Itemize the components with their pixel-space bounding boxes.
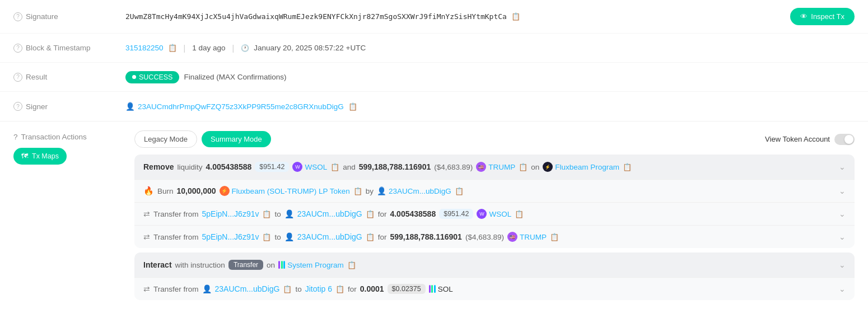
remove-card-chevron[interactable]: ⌄: [839, 162, 846, 171]
block-number-link[interactable]: 315182250: [125, 44, 164, 52]
system-program-copy[interactable]: 📋: [347, 261, 356, 269]
transfer2-chevron[interactable]: ⌄: [839, 232, 846, 241]
burn-row-chevron[interactable]: ⌄: [839, 186, 846, 195]
transfer3-row: ⇄ Transfer from 👤 23AUCm...ubDigG 📋 to J…: [134, 277, 855, 300]
transfer2-trump-badge: 🇺🇸 TRUMP: [507, 232, 547, 242]
transfer3-to-link[interactable]: Jitotip 6: [305, 284, 332, 293]
signature-row: ? Signature 2UwmZ8TmcHy4mK94XjJcX5u4jhVa…: [0, 0, 868, 34]
fluxbeam-link[interactable]: Fluxbeam Program: [555, 163, 619, 171]
transfer1-price: $951.42: [439, 209, 473, 219]
transfer3-to-copy[interactable]: 📋: [335, 285, 344, 293]
burn-signer-copy-icon[interactable]: 📋: [455, 187, 464, 195]
fire-icon: 🔥: [143, 186, 154, 196]
tx-maps-button[interactable]: 🗺 Tx Maps: [13, 148, 67, 165]
signature-question-icon: ?: [13, 12, 22, 21]
transfer2-token-copy[interactable]: 📋: [550, 233, 559, 241]
system-program-icon: [278, 261, 285, 269]
burn-token-copy-icon[interactable]: 📋: [353, 187, 362, 195]
transfer2-amount: 599,188,788.116901: [390, 232, 461, 241]
legacy-mode-button[interactable]: Legacy Mode: [134, 130, 197, 148]
transfer2-icon: ⇄: [143, 232, 150, 241]
transfer1-row: ⇄ Transfer from 5pEipN...J6z91v 📋 to 👤 2…: [134, 202, 855, 225]
block-separator: |: [184, 44, 186, 53]
transfer1-for-label: for: [378, 210, 387, 218]
inspect-tx-button[interactable]: 👁 Inspect Tx: [790, 8, 855, 25]
transfer2-from-copy[interactable]: 📋: [262, 233, 271, 241]
trump-copy-icon[interactable]: 📋: [519, 163, 528, 171]
wsol-link[interactable]: WSOL: [305, 163, 327, 171]
trump-circle-icon: 🇺🇸: [476, 162, 486, 172]
system-program-badge: System Program: [278, 261, 344, 269]
transfer3-amount: 0.0001: [360, 284, 384, 293]
transfer1-chevron[interactable]: ⌄: [839, 209, 846, 218]
timestamp-separator: |: [232, 44, 235, 53]
transfer2-price: ($4,683.89): [465, 233, 504, 241]
view-token-toggle-switch[interactable]: [834, 134, 855, 145]
transfer1-token-copy[interactable]: 📋: [515, 210, 524, 218]
transfer3-from-icon: 👤: [202, 284, 212, 293]
transfer1-to-copy[interactable]: 📋: [366, 210, 375, 218]
interact-card: Interact with instruction Transfer on Sy…: [134, 252, 855, 300]
remove-trump-token: 🇺🇸 TRUMP: [476, 162, 515, 172]
remove-wsol-token: W WSOL: [292, 162, 327, 172]
wsol-copy-icon[interactable]: 📋: [330, 163, 339, 171]
transfer2-trump-link[interactable]: TRUMP: [520, 233, 547, 241]
tx-maps-icon: 🗺: [21, 152, 29, 160]
burn-token-badge: ⚡ Fluxbeam (SOL-TRUMP) LP Token: [220, 186, 350, 196]
result-label: ? Result: [13, 73, 125, 82]
view-token-account-toggle: View Token Account: [765, 134, 855, 145]
tx-actions-content: Legacy Mode Summary Mode View Token Acco…: [134, 130, 855, 305]
system-program-link[interactable]: System Program: [287, 261, 344, 269]
signature-copy-icon[interactable]: 📋: [511, 12, 520, 21]
burn-signer-link[interactable]: 23AUCm...ubDigG: [389, 187, 451, 195]
transfer3-for-label: for: [348, 285, 357, 293]
remove-header-content: Remove liquidity 4.005438588 $951.42 W W…: [143, 162, 632, 172]
transfer2-from-link[interactable]: 5pEipN...J6z91v: [202, 232, 259, 241]
burn-row: 🔥 Burn 10,000,000 ⚡ Fluxbeam (SOL-TRUMP)…: [134, 179, 855, 202]
signer-label: ? Signer: [13, 102, 125, 111]
signer-question-icon: ?: [13, 102, 22, 111]
transfer1-to-link[interactable]: 23AUCm...ubDigG: [297, 209, 362, 218]
result-row: ? Result SUCCESS Finalized (MAX Confirma…: [0, 63, 868, 92]
transfer2-to-link[interactable]: 23AUCm...ubDigG: [297, 232, 362, 241]
signer-copy-icon[interactable]: 📋: [348, 102, 357, 111]
clock-icon: 🕐: [241, 44, 249, 52]
transfer2-for-label: for: [378, 233, 387, 241]
interact-card-chevron[interactable]: ⌄: [839, 260, 846, 269]
interact-header: Interact with instruction Transfer on Sy…: [134, 252, 855, 277]
tx-actions-label-col: ? Transaction Actions 🗺 Tx Maps: [13, 130, 125, 165]
success-dot: [132, 75, 136, 79]
summary-mode-button[interactable]: Summary Mode: [202, 131, 271, 147]
trump-link[interactable]: TRUMP: [488, 163, 515, 171]
transfer1-icon: ⇄: [143, 209, 150, 218]
block-copy-icon[interactable]: 📋: [168, 44, 177, 52]
success-badge: SUCCESS: [125, 71, 179, 83]
remove-price1: $951.42: [255, 162, 289, 172]
signer-person-icon: 👤: [125, 102, 135, 111]
transfer1-from-copy[interactable]: 📋: [262, 210, 271, 218]
transfer3-from-copy[interactable]: 📋: [283, 285, 292, 293]
signature-hash: 2UwmZ8TmcHy4mK94XjJcX5u4jhVaGdwaixqWRumE…: [125, 12, 507, 21]
block-question-icon: ?: [13, 44, 22, 53]
fluxbeam-program-token: ⚡ Fluxbeam Program: [543, 162, 619, 172]
tx-actions-label: ? Transaction Actions: [13, 133, 125, 141]
transfer3-chevron[interactable]: ⌄: [839, 284, 846, 293]
sol-stripe-icon: [429, 285, 436, 293]
transfer1-from-link[interactable]: 5pEipN...J6z91v: [202, 209, 259, 218]
signer-address-link[interactable]: 👤 23AUCmdhrPmpQwFZQ75z3XkPP9R55me2c8GRXn…: [125, 102, 344, 111]
interact-on: on: [267, 261, 275, 269]
interact-bold: Interact: [143, 260, 172, 269]
transfer1-wsol-link[interactable]: WSOL: [489, 210, 511, 218]
eye-icon: 👁: [800, 12, 808, 21]
fluxbeam-lp-link[interactable]: Fluxbeam (SOL-TRUMP) LP Token: [232, 187, 350, 195]
signer-content: 👤 23AUCmdhrPmpQwFZQ75z3XkPP9R55me2c8GRXn…: [125, 102, 855, 111]
transfer1-amount: 4.005438588: [390, 209, 436, 218]
result-question-icon: ?: [13, 73, 22, 82]
transfer3-from-link[interactable]: 23AUCm...ubDigG: [215, 284, 280, 293]
info-rows: ? Signature 2UwmZ8TmcHy4mK94XjJcX5u4jhVa…: [0, 0, 868, 121]
block-label: ? Block & Timestamp: [13, 44, 125, 53]
fluxbeam-copy-icon[interactable]: 📋: [623, 163, 632, 171]
transfer2-to-copy[interactable]: 📋: [366, 233, 375, 241]
interact-text: with instruction: [175, 261, 225, 269]
mode-buttons: Legacy Mode Summary Mode View Token Acco…: [134, 130, 855, 148]
